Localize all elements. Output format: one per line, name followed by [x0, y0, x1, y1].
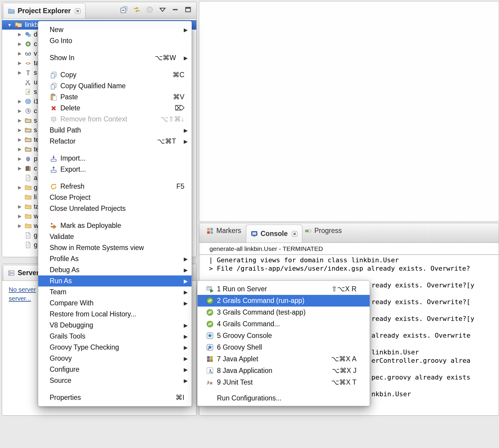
disclosure-closed-icon[interactable]: ▶	[16, 70, 23, 75]
submenu-item-4-grails-command[interactable]: 4 Grails Command...	[198, 318, 370, 330]
disclosure-closed-icon[interactable]: ▶	[16, 60, 23, 66]
maximize-icon[interactable]	[184, 5, 193, 14]
menu-item-label: Run As	[50, 277, 72, 285]
disclosure-closed-icon[interactable]: ▶	[16, 166, 23, 171]
submenu-item-6-groovy-shell[interactable]: 6 Groovy Shell	[198, 342, 370, 353]
menu-item-mark-as-deployable[interactable]: Mark as Deployable	[38, 220, 192, 231]
disclosure-closed-icon[interactable]: ▶	[16, 51, 23, 56]
menu-item-grails-tools[interactable]: Grails Tools▶	[38, 331, 192, 342]
java-applet-icon	[206, 355, 214, 363]
menu-shortcut: ⌘I	[176, 394, 187, 402]
project-explorer-icon	[8, 7, 15, 15]
menu-item-refactor[interactable]: Refactor⌥⌘T▶	[38, 136, 192, 147]
submenu-item-8-java-application[interactable]: J8 Java Application⌥⌘X J	[198, 365, 370, 377]
project-explorer-title: Project Explorer	[18, 7, 71, 15]
menu-item-label: Groovy	[50, 354, 72, 362]
tab-label: Progress	[314, 227, 342, 235]
disclosure-closed-icon[interactable]: ▶	[16, 41, 23, 47]
submenu-arrow-icon: ▶	[184, 366, 188, 373]
submenu-item-7-java-applet[interactable]: 7 Java Applet⌥⌘X A	[198, 353, 370, 365]
minimize-icon[interactable]	[171, 5, 180, 14]
menu-shortcut: ⌥⇧⌘↓	[160, 115, 187, 123]
menu-shortcut: ⌦	[175, 104, 187, 112]
menu-item-close-project[interactable]: Close Project	[38, 192, 192, 203]
disclosure-closed-icon[interactable]: ▶	[16, 137, 23, 142]
menu-item-run-as[interactable]: Run As▶	[38, 275, 192, 287]
console-line: > File /grails-app/views/user/index.gsp …	[209, 264, 470, 273]
disclosure-closed-icon[interactable]: ▶	[16, 223, 23, 228]
folder-icon	[25, 203, 31, 210]
submenu-item-5-groovy-console[interactable]: 5 Groovy Console	[198, 330, 370, 342]
menu-item-label: Paste	[60, 93, 78, 101]
menu-item-profile-as[interactable]: Profile As▶	[38, 253, 192, 264]
submenu-item-1-run-on-server[interactable]: 1 Run on Server⇧⌥X R	[198, 283, 370, 295]
console-status: generate-all linkbin.User - TERMINATED	[199, 243, 499, 255]
menu-item-label: Show In	[50, 54, 74, 62]
console-line: erController.groovy alrea	[371, 356, 470, 365]
disclosure-closed-icon[interactable]: ▶	[16, 185, 23, 190]
menu-item-properties[interactable]: Properties⌘I	[38, 392, 192, 403]
submenu-item-3-grails-command-test-app[interactable]: 3 Grails Command (test-app)	[198, 307, 370, 318]
console-line: pec.groovy already exists	[371, 373, 470, 382]
disclosure-closed-icon[interactable]: ▶	[16, 156, 23, 161]
menu-separator	[38, 63, 192, 69]
menu-item-remove-from-context[interactable]: Remove from Context⌥⇧⌘↓	[38, 114, 192, 125]
console-line: nkbin.User	[371, 390, 411, 398]
tab-markers[interactable]: Markers	[206, 227, 241, 235]
collapse-all-icon[interactable]	[120, 5, 128, 14]
console-header: MarkersConsoleProgress	[199, 223, 499, 243]
menu-item-team[interactable]: Team▶	[38, 287, 192, 298]
menu-item-restore-from-local-history[interactable]: Restore from Local History...	[38, 309, 192, 320]
tab-progress[interactable]: Progress	[304, 227, 342, 235]
menu-item-export[interactable]: Export...	[38, 164, 192, 175]
menu-item-build-path[interactable]: Build Path▶	[38, 125, 192, 136]
menu-item-go-into[interactable]: Go Into	[38, 35, 192, 46]
menu-item-compare-with[interactable]: Compare With▶	[38, 298, 192, 309]
disclosure-closed-icon[interactable]: ▶	[16, 32, 23, 37]
menu-item-configure[interactable]: Configure▶	[38, 364, 192, 375]
menu-item-copy-qualified-name[interactable]: Copy Qualified Name	[38, 80, 192, 92]
menu-item-import[interactable]: Import...	[38, 153, 192, 164]
menu-item-debug-as[interactable]: Debug As▶	[38, 264, 192, 275]
menu-item-source[interactable]: Source▶	[38, 375, 192, 386]
menu-item-groovy-type-checking[interactable]: Groovy Type Checking▶	[38, 342, 192, 353]
menu-item-refresh[interactable]: RefreshF5	[38, 181, 192, 192]
disclosure-closed-icon[interactable]: ▶	[16, 214, 23, 219]
menu-item-label: Compare With	[50, 299, 94, 307]
menu-item-new[interactable]: New▶	[38, 24, 192, 35]
menu-shortcut: ⌥⌘X T	[331, 378, 365, 386]
src-icon	[25, 127, 31, 133]
menu-item-copy[interactable]: Copy⌘C	[38, 69, 192, 80]
link-with-editor-icon[interactable]	[132, 5, 141, 14]
tree-item-label: s	[34, 117, 37, 124]
disclosure-closed-icon[interactable]: ▶	[16, 108, 23, 114]
menu-item-label: Copy Qualified Name	[60, 82, 126, 90]
menu-item-validate[interactable]: Validate	[38, 231, 192, 242]
tree-item-label: s	[34, 69, 37, 77]
menu-item-v8-debugging[interactable]: V8 Debugging▶	[38, 320, 192, 331]
menu-item-groovy[interactable]: Groovy▶	[38, 353, 192, 364]
menu-item-show-in-remote-systems-view[interactable]: Show in Remote Systems view	[38, 242, 192, 253]
submenu-item-9-junit-test[interactable]: Ju9 JUnit Test⌥⌘X T	[198, 377, 370, 388]
view-menu-icon[interactable]	[158, 5, 167, 14]
menu-item-delete[interactable]: Delete⌦	[38, 103, 192, 114]
submenu-item-2-grails-command-run-app[interactable]: 2 Grails Command (run-app)	[198, 295, 370, 307]
menu-item-close-unrelated-projects[interactable]: Close Unrelated Projects	[38, 203, 192, 214]
disclosure-closed-icon[interactable]: ▶	[16, 147, 23, 152]
close-icon[interactable]	[292, 231, 298, 237]
tree-item-label: c	[34, 107, 37, 115]
submenu-item-run-configurations[interactable]: Run Configurations...	[198, 392, 370, 404]
disclosure-closed-icon[interactable]: ▶	[16, 118, 23, 123]
copy-icon	[50, 82, 58, 90]
disclosure-closed-icon[interactable]: ▶	[16, 127, 23, 133]
menu-item-show-in[interactable]: Show In⌥⌘W▶	[38, 52, 192, 63]
disclosure-open-icon[interactable]: ▼	[6, 22, 13, 28]
close-icon[interactable]	[75, 8, 81, 14]
deploy-icon	[50, 222, 58, 230]
focus-icon[interactable]	[145, 5, 154, 14]
tab-project-explorer[interactable]: Project Explorer	[3, 3, 85, 19]
tab-console[interactable]: Console	[246, 225, 302, 243]
disclosure-closed-icon[interactable]: ▶	[16, 99, 23, 104]
disclosure-closed-icon[interactable]: ▶	[16, 204, 23, 209]
menu-item-paste[interactable]: Paste⌘V	[38, 92, 192, 103]
